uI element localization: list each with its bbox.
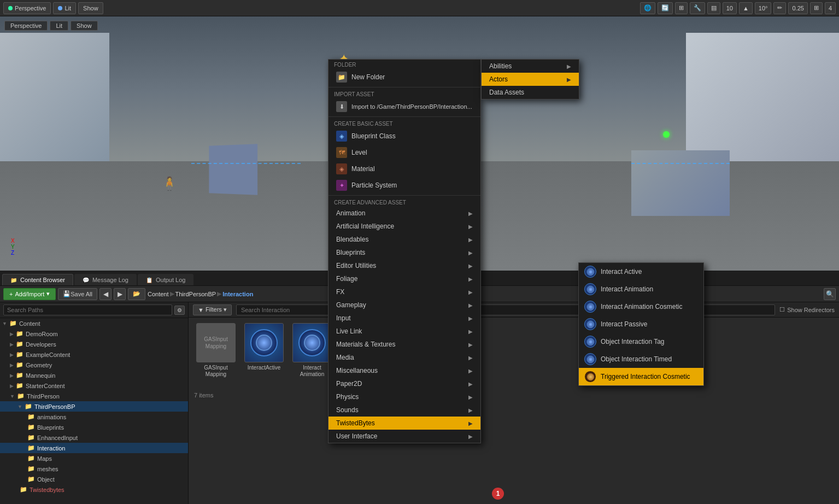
tree-item-enhancedinput[interactable]: 📁 EnhancedInput (0, 432, 188, 443)
am-icon-interact-passive (584, 318, 596, 330)
nav-forward-button[interactable]: ▶ (114, 288, 126, 300)
show-viewport-btn[interactable]: Show (71, 21, 98, 31)
cm-artificial-intelligence[interactable]: Artificial Intelligence▶ (328, 220, 480, 233)
perspective-viewport-btn[interactable]: Perspective (4, 21, 48, 31)
tree-item-animations[interactable]: 📁 animations (0, 412, 188, 422)
asset-interactanim[interactable]: InteractAnimation (290, 323, 334, 384)
cm-media[interactable]: Media▶ (328, 351, 480, 364)
tree-item-thirdpersonbp[interactable]: ▼ 📁 ThirdPersonBP (0, 401, 188, 412)
am-object-interaction-tag[interactable]: Object Interaction Tag (579, 333, 703, 350)
save-all-button[interactable]: 💾 Save All (58, 288, 97, 300)
am-triggered-interaction-cosmetic[interactable]: Triggered Interaction Cosmetic (579, 368, 703, 385)
perspective-button[interactable]: Perspective (3, 2, 51, 14)
add-import-button[interactable]: + Add/Import ▾ (3, 288, 56, 300)
tree-item-demoroom[interactable]: ▶ 📁 DemoRoom (0, 329, 188, 339)
show-button[interactable]: Show (78, 2, 103, 14)
cm-twistedbytes[interactable]: TwistedBytes▶ (328, 417, 480, 430)
cm-live-link[interactable]: Live Link▶ (328, 325, 480, 338)
asset-icon-interactanim (298, 329, 326, 356)
nav-back-button[interactable]: ◀ (99, 288, 112, 300)
folder-icon: 📂 (133, 290, 140, 297)
cm-editor-utilities[interactable]: Editor Utilities▶ (328, 259, 480, 272)
cm-import-to[interactable]: ⬇ Import to /Game/ThirdPersonBP/Interact… (328, 98, 480, 115)
rotation-10[interactable]: 10° (755, 2, 772, 14)
asset-interactactive[interactable]: InteractActive (242, 323, 286, 384)
am-object-interaction-timed[interactable]: Object Interaction Timed (579, 350, 703, 368)
toolbar-icon-1[interactable]: 🌐 (640, 2, 655, 14)
tree-folder-startercontent: 📁 (16, 382, 24, 389)
grid-icon[interactable]: ⊞ (810, 2, 823, 14)
tree-item-twistedbytes[interactable]: 📁 Twistedbytes (0, 484, 188, 495)
cm-blendables[interactable]: Blendables▶ (328, 233, 480, 246)
tree-panel: ⚙ ▼ 📁 Content ▶ 📁 DemoRoom ▶ 📁 Developer… (0, 302, 189, 504)
cm-animation[interactable]: Animation▶ (328, 207, 480, 220)
tree-settings-button[interactable]: ⚙ (174, 306, 185, 315)
cm-blueprints[interactable]: Blueprints▶ (328, 246, 480, 259)
cm-fx[interactable]: FX▶ (328, 285, 480, 298)
tree-item-maps[interactable]: 📁 Maps (0, 453, 188, 464)
show-redirectors-button[interactable]: ☐ Show Redirectors (779, 306, 835, 313)
num-4[interactable]: 4 (825, 2, 836, 14)
tree-item-interaction[interactable]: 📁 Interaction (0, 443, 188, 453)
tree-item-blueprints[interactable]: 📁 Blueprints (0, 422, 188, 432)
tab-content-browser[interactable]: 📁 Content Browser (2, 274, 73, 285)
tree-folder-thirdperson: 📁 (17, 392, 25, 400)
toolbar-icon-5[interactable]: ▤ (707, 2, 720, 14)
am-interact-animation[interactable]: Interact Animation (579, 280, 703, 298)
am-icon-inner-interact-passive (587, 321, 594, 328)
cm-particle-system[interactable]: ✦ Particle System (328, 177, 480, 194)
lit-button[interactable]: Lit (53, 2, 76, 14)
tree-item-startercontent[interactable]: ▶ 📁 StarterContent (0, 380, 188, 391)
toolbar-icon-2[interactable]: 🔄 (658, 2, 673, 14)
tree-item-mannequin[interactable]: ▶ 📁 Mannequin (0, 370, 188, 380)
tree-item-developers[interactable]: ▶ 📁 Developers (0, 339, 188, 349)
cm-gameplay[interactable]: Gameplay▶ (328, 298, 480, 312)
tree-item-meshes[interactable]: 📁 meshes (0, 464, 188, 474)
cm-input[interactable]: Input▶ (328, 312, 480, 325)
cm-level[interactable]: 🗺 Level (328, 144, 480, 161)
am-interact-animation-cosmetic[interactable]: Interact Animation Cosmetic (579, 298, 703, 315)
breadcrumb-thirdperson[interactable]: ThirdPersonBP (175, 291, 216, 297)
cm-user-interface[interactable]: User Interface▶ (328, 430, 480, 443)
cm-miscellaneous[interactable]: Miscellaneous▶ (328, 364, 480, 377)
toolbar-triangle[interactable]: ▲ (739, 2, 753, 14)
file-manager-button[interactable]: 📂 (128, 288, 145, 300)
sm-actors[interactable]: Actors ▶ (482, 73, 579, 86)
sm-abilities[interactable]: Abilities ▶ (482, 60, 579, 73)
top-toolbar: Perspective Lit Show 🌐 🔄 ⊞ 🔧 ▤ 10 ▲ 10° … (0, 0, 839, 16)
tab-message-log[interactable]: 💬 Message Log (74, 274, 137, 285)
sm-data-assets[interactable]: Data Assets (482, 86, 579, 99)
lit-viewport-btn[interactable]: Lit (50, 21, 68, 31)
asset-gasinput[interactable]: GASInputMapping GASInputMapping (194, 323, 238, 384)
cm-material[interactable]: ◈ Material (328, 161, 480, 177)
tree-item-geometry[interactable]: ▶ 📁 Geometry (0, 360, 188, 370)
cm-materials-textures[interactable]: Materials & Textures▶ (328, 338, 480, 351)
grid-size-10[interactable]: 10 (723, 2, 737, 14)
breadcrumb-content[interactable]: Content (148, 291, 169, 297)
search-toggle-button[interactable]: 🔍 (824, 288, 836, 300)
filters-button[interactable]: ▼ Filters ▾ (193, 304, 232, 315)
cm-physics[interactable]: Physics▶ (328, 390, 480, 403)
asset-label-interactanim: InteractAnimation (300, 365, 324, 378)
tree-item-examplecontent[interactable]: ▶ 📁 ExampleContent (0, 349, 188, 360)
cm-new-folder[interactable]: 📁 New Folder (328, 69, 480, 85)
search-paths-input[interactable] (3, 304, 172, 315)
cm-paper2d[interactable]: Paper2D▶ (328, 377, 480, 390)
breadcrumb-interaction[interactable]: Interaction (222, 291, 253, 297)
asset-label-gasinput: GASInputMapping (204, 365, 227, 378)
am-interact-active[interactable]: Interact Active (579, 263, 703, 280)
tree-item-thirdperson[interactable]: ▼ 📁 ThirdPerson (0, 391, 188, 401)
toolbar-icon-4[interactable]: 🔧 (690, 2, 705, 14)
am-interact-passive[interactable]: Interact Passive (579, 315, 703, 333)
cm-arrow-materials: ▶ (468, 342, 473, 348)
tree-item-content[interactable]: ▼ 📁 Content (0, 318, 188, 329)
tree-item-object[interactable]: 📁 Object (0, 474, 188, 484)
pencil-icon[interactable]: ✏ (773, 2, 786, 14)
tab-output-log[interactable]: 📋 Output Log (138, 274, 193, 285)
am-icon-inner-obj-int-timed (587, 356, 594, 363)
cm-foliage[interactable]: Foliage▶ (328, 272, 480, 285)
toolbar-icon-3[interactable]: ⊞ (675, 2, 688, 14)
cm-sounds[interactable]: Sounds▶ (328, 403, 480, 417)
scale-025[interactable]: 0.25 (788, 2, 807, 14)
cm-blueprint-class[interactable]: ◈ Blueprint Class (328, 128, 480, 144)
